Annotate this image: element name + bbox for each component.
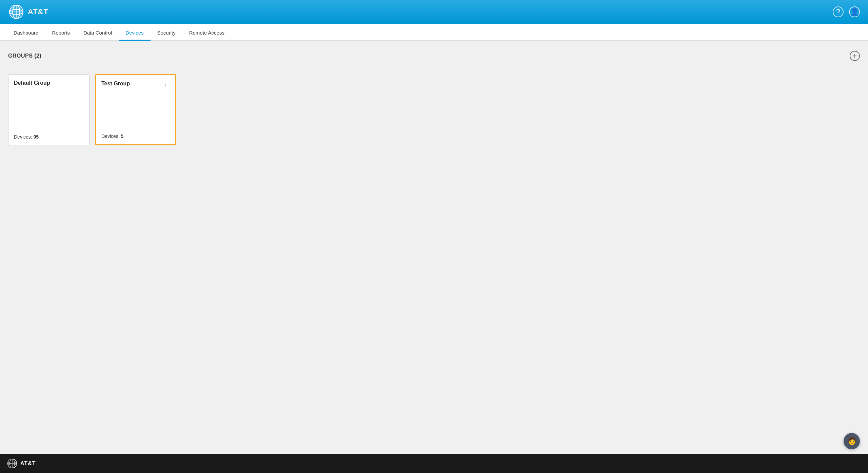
devices-count-default: 95 [34,134,39,140]
logo-container: AT&T [8,4,48,20]
nav-item-dashboard[interactable]: Dashboard [7,26,45,41]
groups-header: GROUPS (2) + [8,47,860,66]
plus-icon: + [853,52,857,60]
add-group-button[interactable]: + [850,51,860,61]
app-footer: AT&T [0,454,868,473]
group-card-footer-test: Devices: 5 [101,133,170,139]
devices-label-test: Devices: [101,133,120,139]
att-globe-icon [8,4,24,20]
group-card-default[interactable]: Default Group Devices: 95 [8,74,90,145]
header-actions: ? 👤 [833,6,860,17]
nav-item-security[interactable]: Security [151,26,182,41]
group-card-name-default: Default Group [14,80,50,86]
nav-item-reports[interactable]: Reports [45,26,77,41]
user-icon: 👤 [850,7,859,16]
nav-item-remote-access[interactable]: Remote Access [182,26,231,41]
chat-icon: 🧑 [847,437,856,446]
footer-brand-name: AT&T [20,460,36,467]
group-card-name-test: Test Group [101,81,130,87]
group-card-footer-default: Devices: 95 [14,134,84,140]
group-card-header-test: Test Group ⋮ [101,81,170,87]
user-button[interactable]: 👤 [849,6,860,17]
group-card-test[interactable]: Test Group ⋮ Devices: 5 [95,74,176,145]
nav-item-data-control[interactable]: Data Control [77,26,119,41]
main-content: GROUPS (2) + Default Group Devices: 95 T… [0,41,868,454]
more-icon: ⋮ [162,80,169,88]
devices-count-test: 5 [121,133,124,139]
group-card-header-default: Default Group [14,80,84,86]
help-button[interactable]: ? [833,6,844,17]
main-nav: Dashboard Reports Data Control Devices S… [0,24,868,41]
chat-support-button[interactable]: 🧑 [844,433,860,449]
app-header: AT&T ? 👤 [0,0,868,24]
groups-grid: Default Group Devices: 95 Test Group ⋮ D… [8,74,860,145]
brand-name: AT&T [28,7,48,16]
group-card-menu-button[interactable]: ⋮ [160,81,170,87]
groups-title: GROUPS (2) [8,53,41,59]
footer-logo: AT&T [7,458,36,469]
svg-point-5 [9,5,23,19]
nav-item-devices[interactable]: Devices [119,26,150,41]
footer-globe-icon [7,458,18,469]
help-icon: ? [836,7,840,16]
devices-label-default: Devices: [14,134,32,140]
